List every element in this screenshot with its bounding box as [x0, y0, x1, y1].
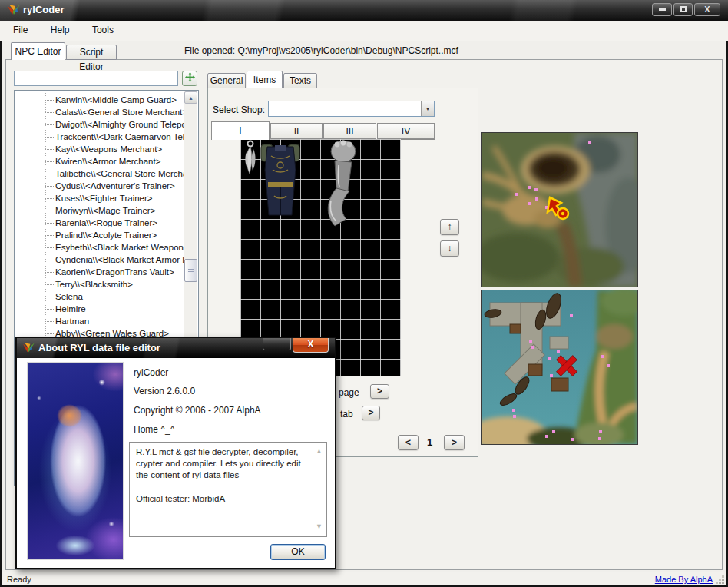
copy-page-button[interactable]: >: [370, 384, 389, 399]
tab-general[interactable]: General: [207, 73, 246, 88]
npc-search-input[interactable]: [14, 71, 178, 86]
next-page-button[interactable]: >: [444, 435, 465, 450]
tree-item[interactable]: Kuses\\<Fighter Trainer>: [15, 192, 184, 204]
window-title: rylCoder: [23, 4, 64, 15]
about-dialog: About RYL data file editor X rylCoder Ve…: [15, 337, 336, 569]
world-map-top[interactable]: [482, 133, 637, 287]
tree-item[interactable]: Karwin\\<Middle Camp Guard>: [15, 94, 184, 106]
scrollbar-thumb[interactable]: [184, 259, 197, 282]
close-icon: X: [307, 339, 313, 350]
tree-item[interactable]: Esybeth\\<Black Market Weapons I: [15, 241, 184, 254]
close-button[interactable]: X: [694, 3, 720, 16]
tab-items[interactable]: Items: [247, 71, 283, 88]
scroll-down-icon[interactable]: ▼: [316, 522, 323, 532]
minimize-icon: [659, 8, 666, 11]
prev-page-button[interactable]: <: [398, 435, 419, 450]
file-opened-label: File opened: Q:\myProj\vs2005\rylCoder\b…: [184, 45, 458, 56]
tree-item[interactable]: Kaorien\\<DragonTrans Vault>: [15, 266, 184, 278]
shop-tab-strip: I II III IV: [211, 121, 435, 140]
green-cross-icon: [185, 72, 195, 82]
tab-script-editor[interactable]: Script Editor: [66, 45, 117, 60]
dialog-secondary-button[interactable]: [263, 338, 291, 350]
tree-item[interactable]: Trackcent\\<Dark Caernarvon Tele: [15, 131, 184, 143]
dialog-close-button[interactable]: X: [293, 338, 329, 353]
about-description-box[interactable]: R.Y.L mcf & gsf file decrypter, decompil…: [129, 442, 327, 537]
menu-file[interactable]: File: [6, 21, 35, 39]
move-up-button[interactable]: ↑: [440, 219, 459, 235]
tree-item[interactable]: Talibethe\\<General Store Merchan: [15, 167, 184, 180]
copy-page-label: page: [339, 387, 359, 398]
title-bar[interactable]: rylCoder X: [0, 0, 728, 21]
about-home-link[interactable]: Home ^_^: [134, 424, 174, 435]
about-dialog-title: About RYL data file editor: [38, 342, 160, 353]
scroll-up-button[interactable]: ▲: [184, 91, 197, 104]
tab-npc-editor[interactable]: NPC Editor: [11, 42, 65, 60]
maximize-icon: [680, 6, 687, 12]
scroll-up-icon[interactable]: ▲: [316, 447, 323, 456]
tree-item[interactable]: Selena: [15, 290, 184, 303]
tree-item[interactable]: Cydus\\<Adventurer's Trainer>: [15, 180, 184, 192]
select-shop-label: Select Shop:: [213, 104, 265, 115]
app-logo-icon: [22, 342, 35, 353]
menu-bar: File Help Tools: [0, 21, 728, 41]
copy-tab-button[interactable]: >: [362, 406, 380, 420]
tree-item[interactable]: Rarenia\\<Rogue Trainer>: [15, 217, 184, 229]
tree-item[interactable]: Dwigot\\<Almighty Ground Teleport: [15, 118, 184, 131]
item-armor[interactable]: [260, 139, 300, 219]
shop-tab-2[interactable]: II: [270, 123, 323, 139]
about-version: Version 2.6.0.0: [134, 386, 195, 396]
tree-item[interactable]: Hartman: [15, 315, 184, 327]
shop-combobox[interactable]: ▼: [268, 101, 435, 117]
item-gauntlet[interactable]: [320, 139, 360, 233]
tree-item[interactable]: Helmire: [15, 303, 184, 315]
search-button[interactable]: [182, 71, 197, 86]
tree-item[interactable]: Kwiren\\<Armor Merchant>: [15, 155, 184, 167]
shop-tab-3[interactable]: III: [323, 123, 376, 139]
tree-item[interactable]: Kay\\<Weapons Merchant>: [15, 143, 184, 155]
item-wing[interactable]: [240, 139, 260, 179]
copy-tab-label: tab: [340, 409, 353, 420]
scroll-up-icon: ▲: [188, 95, 194, 101]
app-logo-icon: [7, 4, 21, 16]
credit-link[interactable]: Made By AlphA: [655, 575, 713, 584]
tree-item[interactable]: Pralind\\<Acolyte Trainer>: [15, 229, 184, 241]
about-description-text: R.Y.L mcf & gsf file decrypter, decompil…: [136, 447, 303, 503]
app-window: rylCoder X File Help Tools NPC Editor Sc…: [0, 0, 728, 587]
minimize-button[interactable]: [652, 3, 672, 16]
maximize-button[interactable]: [673, 3, 693, 16]
shop-tab-1[interactable]: I: [211, 121, 270, 140]
page-number: 1: [427, 436, 432, 448]
tree-item[interactable]: Terry\\<Blacksmith>: [15, 278, 184, 290]
menu-help[interactable]: Help: [44, 21, 77, 39]
about-app-name: rylCoder: [134, 367, 168, 378]
tab-texts[interactable]: Texts: [283, 73, 317, 88]
about-artwork: [27, 362, 124, 560]
ok-button[interactable]: OK: [270, 544, 326, 560]
world-map-bottom[interactable]: [482, 290, 637, 444]
npc-tree-rows: Karwin\\<Middle Camp Guard> Calas\\<Gene…: [15, 94, 184, 340]
chevron-down-icon: ▼: [425, 106, 431, 111]
move-down-button[interactable]: ↓: [440, 240, 459, 257]
tree-item[interactable]: Cyndenia\\<Black Market Armor De: [15, 254, 184, 266]
close-icon: X: [704, 5, 710, 14]
status-bar: Ready Made By AlphA: [2, 572, 726, 585]
shop-tab-4[interactable]: IV: [377, 123, 435, 139]
menu-tools[interactable]: Tools: [85, 21, 121, 39]
status-text: Ready: [7, 575, 31, 584]
tree-item[interactable]: Calas\\<General Store Merchant>: [15, 106, 184, 118]
tree-item[interactable]: Moriwyn\\<Mage Trainer>: [15, 204, 184, 217]
resize-grip[interactable]: [715, 575, 724, 584]
about-copyright: Copyright © 2006 - 2007 AlphA: [134, 405, 261, 416]
dropdown-button[interactable]: ▼: [421, 101, 434, 116]
